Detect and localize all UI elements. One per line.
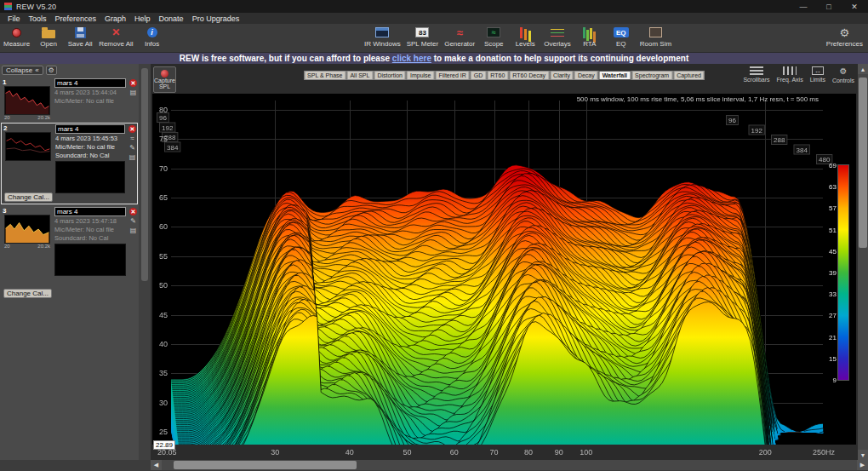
- freq-axis-button[interactable]: Freq. Axis: [777, 66, 803, 83]
- measure-icon: [12, 28, 21, 37]
- tab-waterfall[interactable]: Waterfall: [599, 71, 631, 80]
- tab-gd[interactable]: GD: [471, 71, 487, 80]
- tab-rt60[interactable]: RT60: [487, 71, 508, 80]
- menu-help[interactable]: Help: [130, 14, 155, 23]
- save-all-button[interactable]: Save All: [67, 26, 93, 48]
- freq-axis-label: Freq. Axis: [777, 77, 803, 83]
- scroll-down-icon[interactable]: ▼: [858, 450, 868, 460]
- scroll-left-icon[interactable]: ◀: [151, 460, 162, 470]
- close-icon[interactable]: ✕: [848, 3, 860, 11]
- collapse-button[interactable]: Collapse «: [2, 66, 43, 75]
- menu-graph[interactable]: Graph: [100, 14, 130, 23]
- edit-pencil-icon[interactable]: ✎: [129, 145, 135, 152]
- rta-bars-icon: [583, 27, 585, 38]
- ir-windows-button[interactable]: IR Windows: [364, 26, 401, 48]
- waterfall-plot-area: 500 ms window, 100 ms rise time, 5,06 ms…: [152, 94, 856, 460]
- tab-captured[interactable]: Captured: [673, 71, 705, 80]
- measurement-item-3[interactable]: 3 20 20.2k mars 4 4 mars 2023 15:47:18 M…: [1, 206, 138, 300]
- minimize-icon[interactable]: —: [797, 3, 809, 11]
- edit-pencil-icon[interactable]: ✎: [130, 218, 136, 225]
- measurement-title-field[interactable]: mars 4: [54, 207, 126, 216]
- levels-button[interactable]: Levels: [512, 26, 538, 48]
- sine-wave-icon: ≈: [457, 26, 463, 39]
- eq-button[interactable]: EQ EQ: [608, 26, 634, 48]
- spl-meter-label: SPL Meter: [407, 40, 439, 48]
- change-cal-button[interactable]: Change Cal...: [3, 289, 52, 298]
- notes-icon[interactable]: ▤: [130, 227, 137, 234]
- room-sim-button[interactable]: Room Sim: [640, 26, 671, 48]
- measure-button[interactable]: Measure: [3, 26, 30, 48]
- sidebar-scrollbar-thumb[interactable]: [141, 68, 148, 281]
- tab-spl-phase[interactable]: SPL & Phase: [304, 71, 345, 80]
- sidebar-scrollbar[interactable]: [139, 64, 151, 460]
- rta-label: RTA: [583, 40, 596, 48]
- scroll-right-icon[interactable]: ▶: [857, 460, 868, 470]
- controls-button[interactable]: ⚙ Controls: [832, 66, 854, 83]
- tab-impulse[interactable]: Impulse: [407, 71, 435, 80]
- measurement-1-right: mars 4 4 mars 2023 15:44:04 Mic/Meter: N…: [54, 78, 137, 120]
- scrollbars-toggle-button[interactable]: Scrollbars: [743, 66, 769, 83]
- ir-windows-label: IR Windows: [364, 40, 401, 48]
- graph-panel: Capture SPL SPL & Phase All SPL Distorti…: [151, 64, 858, 460]
- rta-button[interactable]: RTA: [577, 26, 602, 48]
- tab-clarity[interactable]: Clarity: [550, 71, 574, 80]
- measurement-3-right: mars 4 4 mars 2023 15:47:18 Mic/Meter: N…: [54, 207, 137, 299]
- sidebar-settings-button[interactable]: ⚙: [46, 66, 57, 75]
- tab-distortion[interactable]: Distortion: [374, 71, 406, 80]
- measurement-notes-box[interactable]: [55, 161, 125, 193]
- limits-button[interactable]: ↔ Limits: [810, 66, 825, 83]
- remove-all-button[interactable]: ✕ Remove All: [99, 26, 133, 48]
- menu-tools[interactable]: Tools: [25, 14, 51, 23]
- tab-rt60-decay[interactable]: RT60 Decay: [509, 71, 549, 80]
- open-label: Open: [40, 40, 57, 48]
- delete-measurement-icon[interactable]: ✕: [129, 208, 137, 215]
- spl-meter-button[interactable]: 83 SPL Meter: [407, 26, 439, 48]
- title-bar: REW V5.20 — □ ✕: [0, 0, 868, 13]
- tab-all-spl[interactable]: All SPL: [346, 71, 373, 80]
- menu-pro-upgrades[interactable]: Pro Upgrades: [188, 14, 244, 23]
- banner-text-pre: REW is free software, but if you can aff…: [180, 54, 392, 63]
- levels-label: Levels: [516, 40, 535, 48]
- tab-spectrogram[interactable]: Spectrogram: [631, 71, 672, 80]
- maximize-icon[interactable]: □: [823, 3, 835, 11]
- menu-preferences[interactable]: Preferences: [51, 14, 101, 23]
- scope-button[interactable]: ≈ Scope: [481, 26, 506, 48]
- controls-label: Controls: [832, 78, 854, 83]
- vertical-scroll-track[interactable]: [858, 74, 868, 450]
- measurement-item-1[interactable]: 1 20 20.2k mars 4 4 mars 2023 15:44:04 M…: [1, 78, 138, 121]
- graph-horizontal-scrollbar[interactable]: ◀ ▶: [151, 460, 868, 470]
- notes-icon[interactable]: ▤: [129, 154, 136, 161]
- measurement-notes-box[interactable]: [54, 244, 126, 276]
- graph-vertical-scrollbar[interactable]: ▲ ▼: [858, 64, 868, 460]
- overlays-icon: [551, 28, 564, 37]
- tab-filtered-ir[interactable]: Filtered IR: [436, 71, 470, 80]
- tab-decay[interactable]: Decay: [574, 71, 598, 80]
- horizontal-scroll-track[interactable]: [162, 460, 857, 470]
- generator-button[interactable]: ≈ Generator: [444, 26, 475, 48]
- open-button[interactable]: Open: [36, 26, 61, 48]
- waterfall-canvas[interactable]: [152, 94, 856, 460]
- delete-measurement-icon[interactable]: ✕: [128, 125, 136, 133]
- change-cal-button[interactable]: Change Cal...: [4, 192, 53, 202]
- measurement-thumbnail: [4, 86, 50, 115]
- measurement-title-field[interactable]: mars 4: [55, 124, 125, 134]
- room-sim-icon: [649, 27, 662, 37]
- ir-windows-icon: [375, 27, 389, 37]
- notes-icon[interactable]: ▤: [130, 89, 137, 96]
- menu-donate[interactable]: Donate: [155, 14, 188, 23]
- delete-measurement-icon[interactable]: ✕: [129, 79, 137, 87]
- trace-icon[interactable]: ≈: [130, 135, 134, 142]
- vertical-scroll-thumb[interactable]: [859, 78, 867, 248]
- measurement-1-actions: ✕ ▤: [129, 79, 137, 96]
- overlays-button[interactable]: Overlays: [544, 26, 571, 48]
- scroll-up-icon[interactable]: ▲: [858, 64, 868, 74]
- measurement-title-field[interactable]: mars 4: [54, 78, 126, 88]
- capture-spl-button[interactable]: Capture SPL: [153, 66, 176, 93]
- gear-icon: ⚙: [840, 26, 850, 39]
- measurement-item-2[interactable]: 2 mars 4 4 mars 2023 15:45:53 Mic/Meter:…: [1, 123, 138, 204]
- preferences-button[interactable]: ⚙ Preferences: [826, 26, 863, 48]
- horizontal-scroll-thumb[interactable]: [174, 461, 357, 469]
- donate-link[interactable]: click here: [392, 54, 431, 63]
- menu-file[interactable]: File: [3, 14, 25, 23]
- infos-button[interactable]: i Infos: [140, 26, 165, 48]
